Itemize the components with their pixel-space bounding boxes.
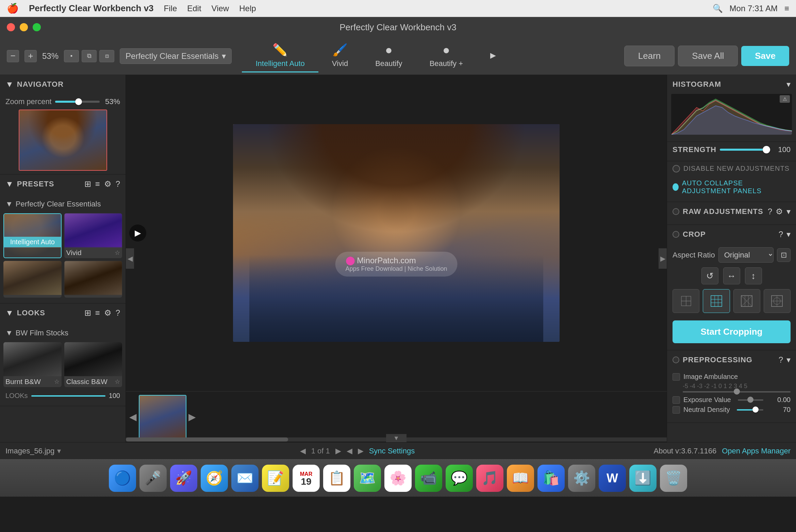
- spotlight-icon[interactable]: 🔍: [713, 4, 723, 13]
- image-ambulance-slider[interactable]: [683, 391, 791, 393]
- file-menu[interactable]: File: [164, 4, 177, 13]
- next-image-button[interactable]: ▶: [335, 447, 341, 455]
- crop-header[interactable]: CROP ? ▾: [667, 225, 796, 244]
- maximize-button[interactable]: [33, 23, 41, 31]
- dock-notes[interactable]: 📝: [262, 465, 289, 492]
- strip-scroll-left[interactable]: ◀: [129, 411, 137, 422]
- preset-item-3[interactable]: [3, 261, 62, 298]
- zoom-slider[interactable]: [55, 101, 100, 103]
- raw-adj-help[interactable]: ?: [768, 207, 772, 216]
- preset-selector[interactable]: Perfectly Clear Essentials ▾: [120, 48, 232, 64]
- look-classic-bw-star[interactable]: ☆: [115, 378, 120, 385]
- neutral-density-checkbox[interactable]: [673, 406, 680, 414]
- preset-vivid-star[interactable]: ☆: [115, 249, 120, 256]
- collapse-right-button[interactable]: ▶: [659, 248, 667, 269]
- presets-grid-icon[interactable]: ⊞: [84, 179, 91, 189]
- view-menu[interactable]: View: [212, 4, 229, 13]
- edit-menu[interactable]: Edit: [187, 4, 201, 13]
- aspect-ratio-select[interactable]: Original: [718, 247, 774, 263]
- presets-group-header[interactable]: ▼ Perfectly Clear Essentials: [3, 197, 122, 211]
- disable-new-adjustments-toggle[interactable]: DISABLE NEW ADJUSTMENTS: [667, 161, 796, 176]
- crop-rotate-left[interactable]: ↺: [701, 267, 718, 284]
- histogram-chevron[interactable]: ▾: [786, 80, 791, 89]
- tab-beautify[interactable]: ● Beautify: [362, 39, 416, 72]
- tab-intelligent-auto[interactable]: ✏️ Intelligent Auto: [242, 39, 318, 72]
- zoom-out-button[interactable]: −: [7, 50, 19, 62]
- looks-list-icon[interactable]: ≡: [95, 308, 100, 318]
- view-split-button[interactable]: ⧉: [82, 50, 97, 62]
- filename-arrow[interactable]: ▾: [57, 447, 61, 455]
- dock-launchpad[interactable]: 🚀: [170, 465, 197, 492]
- presets-list-icon[interactable]: ≡: [95, 179, 100, 189]
- collapse-bottom-button[interactable]: ▼: [386, 434, 407, 442]
- crop-grid-center[interactable]: [764, 289, 791, 313]
- looks-header[interactable]: ▼ LOOKS ⊞ ≡ ⚙ ?: [0, 303, 126, 322]
- look-burnt-bw[interactable]: Burnt B&W ☆: [3, 342, 62, 387]
- look-classic-bw[interactable]: Classic B&W ☆: [64, 342, 122, 387]
- crop-grid-diag[interactable]: [733, 289, 760, 313]
- looks-grid-icon[interactable]: ⊞: [84, 308, 91, 318]
- presets-help-icon[interactable]: ?: [116, 179, 120, 189]
- raw-adjustments-header[interactable]: RAW ADJUSTMENTS ? ⚙ ▾: [667, 202, 796, 221]
- preproc-chevron[interactable]: ▾: [786, 355, 791, 365]
- apple-menu[interactable]: 🍎: [7, 3, 19, 14]
- help-menu[interactable]: Help: [239, 4, 256, 13]
- dock-reminders[interactable]: 📋: [323, 465, 350, 492]
- save-button[interactable]: Save: [741, 46, 789, 66]
- presets-header[interactable]: ▼ PRESETS ⊞ ≡ ⚙ ?: [0, 174, 126, 194]
- collapse-left-button[interactable]: ◀: [126, 248, 134, 269]
- preset-intelligent-auto[interactable]: Intelligent Auto: [3, 213, 62, 258]
- tab-more[interactable]: ▶: [477, 39, 510, 72]
- tab-beautify-plus[interactable]: ● Beautify +: [416, 39, 477, 72]
- view-compare-button[interactable]: ⧈: [99, 50, 114, 62]
- save-all-button[interactable]: Save All: [678, 46, 738, 66]
- image-ambulance-checkbox[interactable]: [673, 373, 680, 381]
- dock-calendar[interactable]: MAR 19: [293, 465, 320, 492]
- minimize-button[interactable]: [20, 23, 28, 31]
- preproc-help[interactable]: ?: [779, 355, 783, 365]
- preset-item-4[interactable]: [64, 261, 122, 298]
- zoom-in-button[interactable]: +: [24, 50, 37, 62]
- dock-maps[interactable]: 🗺️: [354, 465, 381, 492]
- navigator-header[interactable]: ▼ NAVIGATOR: [0, 75, 126, 94]
- open-apps-manager-button[interactable]: Open Apps Manager: [722, 447, 791, 455]
- dock-downloads[interactable]: ⬇️: [629, 465, 657, 492]
- dock-finder[interactable]: 🔵: [109, 465, 136, 492]
- strength-slider[interactable]: [720, 149, 770, 151]
- looks-group-header[interactable]: ▼ BW Film Stocks: [3, 326, 122, 340]
- close-button[interactable]: [7, 23, 15, 31]
- tab-vivid[interactable]: 🖌️ Vivid: [318, 39, 362, 72]
- crop-flip-v[interactable]: ↕: [745, 267, 762, 284]
- navigator-thumbnail[interactable]: [19, 110, 107, 171]
- neutral-density-slider[interactable]: [737, 409, 763, 411]
- raw-adj-chevron[interactable]: ▾: [786, 207, 791, 216]
- view-single-button[interactable]: ▪: [64, 50, 79, 62]
- preprocessing-header[interactable]: PREPROCESSING ? ▾: [667, 350, 796, 369]
- start-cropping-button[interactable]: Start Cropping: [673, 320, 791, 343]
- crop-flip-h[interactable]: ↔: [723, 267, 740, 284]
- prev-image-button[interactable]: ◀: [300, 447, 306, 455]
- raw-adj-settings[interactable]: ⚙: [776, 207, 783, 216]
- exposure-checkbox[interactable]: [673, 396, 680, 404]
- nav-forward-button[interactable]: ▶: [358, 447, 364, 455]
- histogram-warn-icon[interactable]: ⚠: [780, 95, 790, 103]
- dock-facetime[interactable]: 📹: [415, 465, 442, 492]
- looks-settings-icon[interactable]: ⚙: [104, 308, 112, 318]
- dock-safari[interactable]: 🧭: [201, 465, 228, 492]
- dock-mail[interactable]: ✉️: [231, 465, 259, 492]
- crop-grid-dots[interactable]: [673, 289, 699, 313]
- histogram-header[interactable]: HISTOGRAM ▾: [667, 75, 796, 94]
- crop-chevron[interactable]: ▾: [786, 230, 791, 239]
- control-center-icon[interactable]: ≡: [784, 4, 789, 13]
- dock-music[interactable]: 🎵: [476, 465, 503, 492]
- dock-messages[interactable]: 💬: [446, 465, 473, 492]
- dock-systemprefs[interactable]: ⚙️: [568, 465, 595, 492]
- auto-collapse-toggle[interactable]: AUTO COLLAPSE ADJUSTMENT PANELS: [667, 176, 796, 198]
- preset-vivid[interactable]: Vivid ☆: [64, 213, 122, 258]
- looks-help-icon[interactable]: ?: [116, 308, 120, 318]
- strip-scroll-right[interactable]: ▶: [188, 411, 196, 422]
- play-button[interactable]: ▶: [129, 225, 146, 242]
- app-name-menu[interactable]: Perfectly Clear Workbench v3: [29, 3, 154, 14]
- dock-photos[interactable]: 🌸: [384, 465, 412, 492]
- dock-ibooks[interactable]: 📖: [507, 465, 534, 492]
